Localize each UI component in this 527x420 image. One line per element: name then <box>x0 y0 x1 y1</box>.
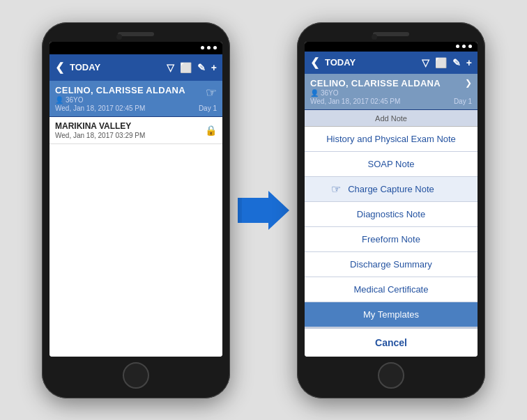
chevron-icon-right: ❯ <box>465 78 472 88</box>
action-item-freeform[interactable]: Freeform Note <box>305 227 478 252</box>
patient-meta-right: 👤 36YO <box>310 89 454 97</box>
day-badge-right: Day 1 <box>454 98 472 105</box>
speaker-right <box>373 32 409 36</box>
lock-icon: 🔒 <box>205 125 217 136</box>
patient-row-right[interactable]: CELINO, CLARISSE ALDANA 👤 36YO Wed, Jan … <box>305 74 478 110</box>
patient-row-right: ☞ Day 1 <box>199 85 217 112</box>
add-note-header: Add Note <box>305 110 478 127</box>
status-dot <box>207 46 211 49</box>
visit-date: Wed, Jan 18, 2017 03:29 PM <box>55 132 145 139</box>
visit-row[interactable]: MARIKINA VALLEY Wed, Jan 18, 2017 03:29 … <box>49 117 222 144</box>
status-dot <box>213 46 217 49</box>
content-area-left <box>49 144 222 357</box>
person-icon: 👤 <box>55 96 63 104</box>
patient-name-right: CELINO, CLARISSE ALDANA <box>310 78 454 88</box>
camera-right <box>372 34 377 40</box>
nav-title-left: TODAY <box>70 62 162 72</box>
phone-left: ❮ TODAY ▽ ⬜ ✎ + CELINO, CLARISSE ALDANA … <box>42 22 230 398</box>
patient-date-right: Wed, Jan 18, 2017 02:45 PM <box>310 98 454 105</box>
status-dot <box>201 46 204 49</box>
action-item-charge[interactable]: Charge Capture Note ☞ <box>305 177 478 202</box>
action-item-templates[interactable]: My Templates <box>305 302 478 327</box>
patient-info-left: CELINO, CLARISSE ALDANA 👤 36YO Wed, Jan … <box>55 85 199 112</box>
filter-icon-right[interactable]: ▽ <box>422 57 429 68</box>
add-icon-right[interactable]: + <box>466 57 472 68</box>
patient-meta-left: 👤 36YO <box>55 96 199 104</box>
patient-age-left: 36YO <box>66 96 84 104</box>
status-dot <box>456 45 459 48</box>
camera-left <box>116 34 122 40</box>
action-item-discharge[interactable]: Discharge Summary <box>305 252 478 277</box>
nav-icons-left: ▽ ⬜ ✎ + <box>167 62 217 73</box>
patient-info-right: CELINO, CLARISSE ALDANA 👤 36YO Wed, Jan … <box>310 78 454 105</box>
nav-bar-right: ❮ TODAY ▽ ⬜ ✎ + <box>305 52 478 73</box>
arrow-container <box>243 191 284 230</box>
action-item-medical[interactable]: Medical Certificate <box>305 277 478 302</box>
edit-icon[interactable]: ✎ <box>197 62 206 73</box>
share-icon[interactable]: ⬜ <box>180 62 192 73</box>
patient-row-selected[interactable]: CELINO, CLARISSE ALDANA 👤 36YO Wed, Jan … <box>49 81 222 117</box>
cursor-icon-left: ☞ <box>206 85 217 100</box>
home-button-right[interactable] <box>378 362 404 389</box>
person-icon-right: 👤 <box>310 89 319 97</box>
arrow-wrapper <box>238 191 289 230</box>
cursor-icon-right: ☞ <box>331 182 341 196</box>
filter-icon[interactable]: ▽ <box>167 62 174 73</box>
action-sheet: Add Note History and Physical Exam Note … <box>305 110 478 357</box>
add-icon[interactable]: + <box>211 62 217 73</box>
status-bar-left <box>49 42 222 54</box>
nav-icons-right: ▽ ⬜ ✎ + <box>422 57 472 68</box>
back-arrow-icon-right[interactable]: ❮ <box>310 56 319 69</box>
share-icon-right[interactable]: ⬜ <box>435 57 447 68</box>
edit-icon-right[interactable]: ✎ <box>452 57 461 68</box>
patient-date-left: Wed, Jan 18, 2017 02:45 PM <box>55 104 199 112</box>
patient-row-right-side: ❯ Day 1 <box>454 78 472 105</box>
status-bar-right <box>305 42 478 52</box>
back-arrow-icon[interactable]: ❮ <box>55 61 64 74</box>
patient-name-left: CELINO, CLARISSE ALDANA <box>55 85 199 95</box>
day-badge-left: Day 1 <box>199 104 217 112</box>
arrow-head <box>268 191 289 230</box>
status-dot <box>468 45 472 48</box>
patient-age-right: 36YO <box>321 89 339 97</box>
speaker-left <box>118 32 154 36</box>
visit-info: MARIKINA VALLEY Wed, Jan 18, 2017 03:29 … <box>55 121 145 139</box>
action-item-hp[interactable]: History and Physical Exam Note <box>305 127 478 152</box>
nav-bar-left: ❮ TODAY ▽ ⬜ ✎ + <box>49 54 222 81</box>
screen-right: ❮ TODAY ▽ ⬜ ✎ + CELINO, CLARISSE ALDANA … <box>305 42 478 357</box>
screen-left: ❮ TODAY ▽ ⬜ ✎ + CELINO, CLARISSE ALDANA … <box>49 42 222 357</box>
scene: ❮ TODAY ▽ ⬜ ✎ + CELINO, CLARISSE ALDANA … <box>0 0 527 420</box>
action-item-soap[interactable]: SOAP Note <box>305 152 478 177</box>
nav-title-right: TODAY <box>325 57 418 68</box>
phone-right: ❮ TODAY ▽ ⬜ ✎ + CELINO, CLARISSE ALDANA … <box>297 22 485 398</box>
visit-name: MARIKINA VALLEY <box>55 121 145 131</box>
status-dot <box>462 45 466 48</box>
action-cancel-button[interactable]: Cancel <box>305 327 478 357</box>
home-button-left[interactable] <box>123 362 149 389</box>
action-item-diagnostics[interactable]: Diagnostics Note <box>305 202 478 227</box>
